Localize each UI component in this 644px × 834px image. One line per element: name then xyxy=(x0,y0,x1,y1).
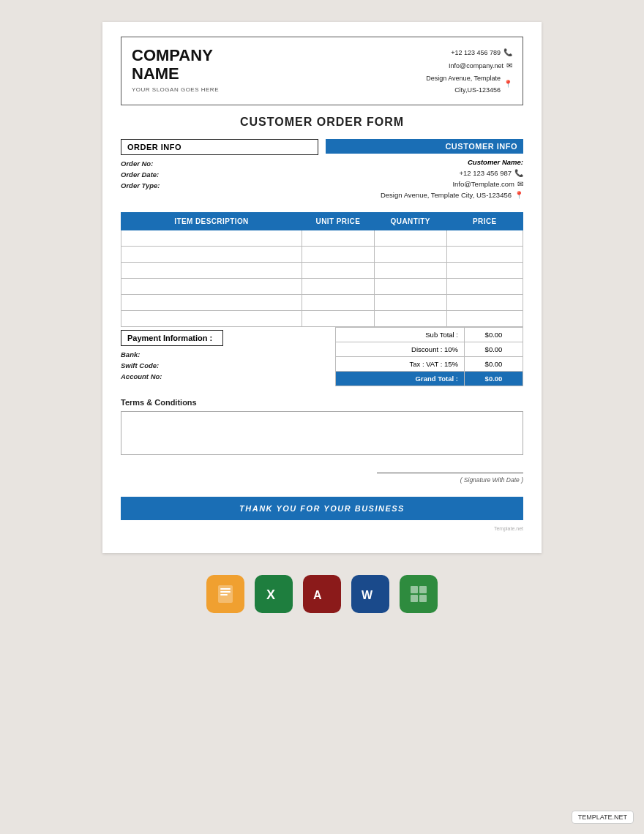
payment-info-header: Payment Information : xyxy=(121,330,223,346)
table-row xyxy=(121,311,523,327)
order-no-field: Order No: xyxy=(121,159,318,168)
tax-row: Tax : VAT : 15% $0.00 xyxy=(335,357,523,372)
customer-phone: +12 123 456 987 📞 xyxy=(326,169,523,177)
header-box: COMPANY NAME YOUR SLOGAN GOES HERE +12 1… xyxy=(121,37,523,105)
form-title: CUSTOMER ORDER FORM xyxy=(121,116,523,129)
table-row xyxy=(121,263,523,279)
svg-rect-3 xyxy=(220,594,228,596)
svg-rect-2 xyxy=(220,591,231,593)
items-table: ITEM DESCRIPTION UNIT PRICE QUANTITY PRI… xyxy=(121,212,523,327)
email-row: Info@company.net ✉ xyxy=(426,59,512,72)
bottom-section: Payment Information : Bank: Swift Code: … xyxy=(121,327,523,386)
signature-label: ( Signature With Date ) xyxy=(121,476,523,484)
thank-you-banner: THANK YOU FOR YOUR BUSINESS xyxy=(121,497,523,520)
discount-row: Discount : 10% $0.00 xyxy=(335,342,523,357)
contact-info: +12 123 456 789 📞 Info@company.net ✉ Des… xyxy=(426,46,512,96)
svg-text:W: W xyxy=(362,589,373,601)
info-sections: ORDER INFO Order No: Order Date: Order T… xyxy=(121,139,523,202)
order-info-header: ORDER INFO xyxy=(121,139,318,155)
subtotal-value: $0.00 xyxy=(465,328,523,342)
address-line1: Design Avenue, Template xyxy=(426,72,501,84)
table-row xyxy=(121,279,523,295)
svg-rect-1 xyxy=(220,588,231,590)
col-header-qty: QUANTITY xyxy=(374,213,446,230)
payment-panel: Payment Information : Bank: Swift Code: … xyxy=(121,327,328,386)
tax-value: $0.00 xyxy=(465,357,523,372)
discount-value: $0.00 xyxy=(465,342,523,357)
bank-field: Bank: xyxy=(121,350,328,358)
numbers-icon[interactable] xyxy=(400,575,438,613)
word-icon[interactable]: W xyxy=(351,575,389,613)
cust-email-icon: ✉ xyxy=(517,180,523,188)
table-row xyxy=(121,230,523,247)
subtotal-row: Sub Total : $0.00 xyxy=(335,328,523,342)
phone-number: +12 123 456 789 xyxy=(451,47,501,59)
signature-line xyxy=(377,473,523,473)
excel-icon[interactable]: X xyxy=(255,575,293,613)
order-type-field: Order Type: xyxy=(121,181,318,189)
template-badge: TEMPLATE.NET xyxy=(572,811,634,824)
terms-title: Terms & Conditions xyxy=(121,398,523,407)
terms-section: Terms & Conditions xyxy=(121,398,523,455)
totals-table: Sub Total : $0.00 Discount : 10% $0.00 T… xyxy=(335,327,523,386)
customer-info-panel: CUSTOMER INFO Customer Name: +12 123 456… xyxy=(326,139,523,202)
svg-text:X: X xyxy=(266,587,275,602)
grand-total-label: Grand Total : xyxy=(335,372,464,386)
swift-field: Swift Code: xyxy=(121,361,328,369)
table-row xyxy=(121,247,523,263)
svg-rect-9 xyxy=(411,595,418,602)
customer-info-header: CUSTOMER INFO xyxy=(326,139,523,154)
svg-rect-10 xyxy=(419,595,427,602)
customer-email: Info@Template.com ✉ xyxy=(326,180,523,188)
pages-icon[interactable] xyxy=(206,575,244,613)
terms-box[interactable] xyxy=(121,411,523,455)
app-icons-row: X A W xyxy=(206,575,438,613)
svg-rect-8 xyxy=(419,586,427,593)
col-header-unit: UNIT PRICE xyxy=(302,213,375,230)
company-info-left: COMPANY NAME YOUR SLOGAN GOES HERE xyxy=(132,46,219,93)
customer-address: Design Avenue, Template City, US-123456 … xyxy=(326,191,523,199)
account-field: Account No: xyxy=(121,372,328,380)
grand-total-row: Grand Total : $0.00 xyxy=(335,372,523,386)
email-address: Info@company.net xyxy=(449,60,503,72)
order-info-panel: ORDER INFO Order No: Order Date: Order T… xyxy=(121,139,318,202)
company-name: COMPANY NAME xyxy=(132,46,219,83)
order-date-field: Order Date: xyxy=(121,170,318,179)
cust-location-icon: 📍 xyxy=(514,191,523,199)
doc-footer: Template.net xyxy=(121,526,523,531)
phone-icon: 📞 xyxy=(503,46,512,59)
tax-label: Tax : VAT : 15% xyxy=(335,357,464,372)
page-wrapper: COMPANY NAME YOUR SLOGAN GOES HERE +12 1… xyxy=(0,0,644,628)
pdf-icon[interactable]: A xyxy=(303,575,341,613)
col-header-price: PRICE xyxy=(446,213,523,230)
table-row xyxy=(121,295,523,311)
email-icon: ✉ xyxy=(506,59,512,72)
document: COMPANY NAME YOUR SLOGAN GOES HERE +12 1… xyxy=(102,22,542,553)
grand-total-value: $0.00 xyxy=(465,372,523,386)
subtotal-label: Sub Total : xyxy=(335,328,464,342)
signature-section: ( Signature With Date ) xyxy=(121,470,523,484)
customer-name-label: Customer Name: xyxy=(326,158,523,166)
svg-text:A: A xyxy=(313,589,322,601)
company-slogan: YOUR SLOGAN GOES HERE xyxy=(132,86,219,93)
address-line2: City,US-123456 xyxy=(426,84,501,96)
discount-label: Discount : 10% xyxy=(335,342,464,357)
totals-panel: Sub Total : $0.00 Discount : 10% $0.00 T… xyxy=(335,327,523,386)
location-icon: 📍 xyxy=(503,78,512,91)
cust-phone-icon: 📞 xyxy=(514,169,523,177)
address-row: Design Avenue, Template City,US-123456 📍 xyxy=(426,72,512,96)
svg-rect-7 xyxy=(411,586,418,593)
col-header-desc: ITEM DESCRIPTION xyxy=(121,213,302,230)
phone-row: +12 123 456 789 📞 xyxy=(426,46,512,59)
